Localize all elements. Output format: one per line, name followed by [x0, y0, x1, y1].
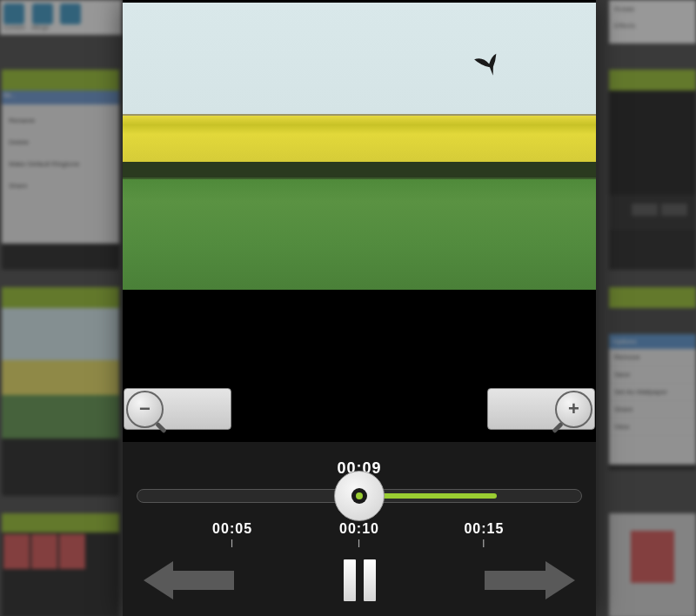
- handle-dot-icon: [351, 488, 367, 504]
- player-controls: 00:09 00:05 | 00:10 | 00:15 |: [123, 442, 596, 616]
- bg-toolbar-left: Convert Merge: [0, 0, 122, 35]
- timeline-handle[interactable]: [334, 471, 385, 521]
- step-back-button[interactable]: [144, 567, 234, 593]
- step-forward-button[interactable]: [485, 567, 575, 593]
- pause-button[interactable]: [344, 559, 376, 601]
- zoom-in-icon: +: [555, 391, 592, 428]
- arrow-left-icon: [144, 561, 173, 599]
- marker-label: 00:15: [464, 521, 504, 536]
- time-markers: 00:05 | 00:10 | 00:15 |: [137, 521, 582, 544]
- zoom-out-icon: −: [126, 391, 164, 428]
- zoom-out-button[interactable]: −: [124, 388, 231, 430]
- video-yellow-field: [123, 114, 596, 162]
- minus-symbol: −: [139, 399, 151, 418]
- video-tree-line: [123, 162, 596, 177]
- video-green-field: [123, 177, 596, 290]
- pause-icon: [344, 559, 356, 601]
- marker-label: 00:05: [212, 521, 252, 536]
- time-marker-3: 00:15 |: [464, 521, 504, 547]
- pause-icon: [364, 559, 376, 601]
- marker-label: 00:10: [339, 521, 379, 536]
- video-frame: [123, 3, 596, 290]
- bg-thumbnail-right-3: [609, 513, 696, 616]
- plus-symbol: +: [568, 399, 579, 418]
- bg-toolbar-right: Rotate Effects: [609, 0, 696, 44]
- bird-silhouette: [472, 48, 512, 87]
- arrow-right-icon: [545, 561, 575, 599]
- timeline-slider[interactable]: [137, 493, 582, 499]
- video-sky: [123, 3, 596, 114]
- bg-thumbnail-right-2: Options Remove Save Set As Wallpaper Sha…: [609, 287, 696, 470]
- video-player-panel: − + 00:09 00:05 | 00:10 |: [123, 0, 596, 616]
- bg-thumbnail-right-1: [609, 70, 696, 270]
- bg-thumbnail-1: file... Rename Delete Make Default Ringt…: [2, 70, 119, 270]
- playback-buttons: [123, 544, 596, 601]
- bg-thumbnail-3: [2, 513, 119, 616]
- zoom-in-button[interactable]: +: [487, 388, 595, 430]
- bg-thumbnail-2: [2, 287, 119, 496]
- time-marker-2: 00:10 |: [339, 521, 379, 547]
- video-viewport: − +: [123, 0, 596, 442]
- time-marker-1: 00:05 |: [212, 521, 252, 547]
